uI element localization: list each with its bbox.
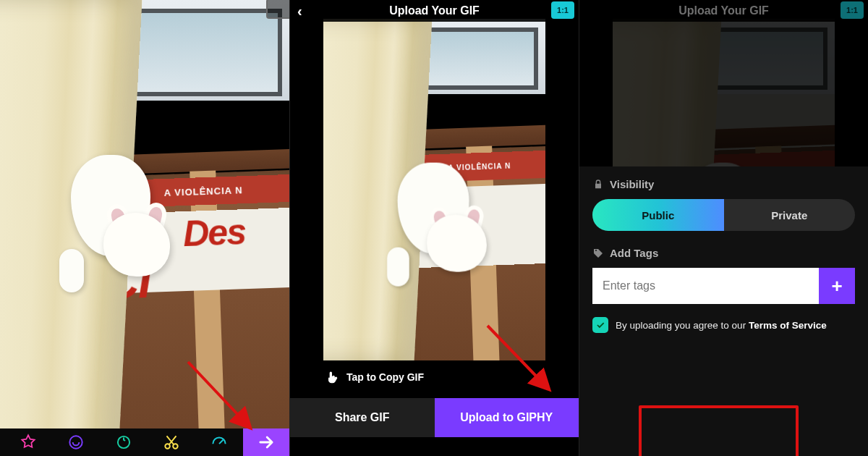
cut-icon[interactable] bbox=[148, 430, 195, 455]
terms-checkbox[interactable] bbox=[592, 317, 608, 333]
kitten bbox=[391, 162, 488, 286]
visibility-segmented: Public Private bbox=[592, 199, 855, 231]
visibility-public-label: Public bbox=[642, 209, 674, 221]
action-button-row: Share GIF Upload to GIPHY bbox=[290, 398, 579, 437]
panel-upload-sheet: Upload Your GIF 1:1 Visibility Public bbox=[579, 0, 868, 456]
visibility-private-label: Private bbox=[771, 209, 807, 221]
kitten bbox=[64, 155, 172, 292]
topbar: Upload Your GIF 1:1 bbox=[579, 0, 868, 22]
panel-editor: A VIOLÊNCIA N Crivialli Des CI bbox=[0, 0, 289, 456]
upload-to-giphy-label: Upload to GIPHY bbox=[460, 411, 553, 424]
page-title: Upload Your GIF bbox=[678, 4, 769, 17]
aspect-ratio-label: 1:1 bbox=[557, 6, 569, 14]
terms-link[interactable]: Terms of Service bbox=[749, 320, 827, 331]
tags-label: Add Tags bbox=[610, 247, 658, 259]
upload-options-sheet: Visibility Public Private Add Tags + bbox=[579, 166, 868, 456]
add-tag-label: + bbox=[831, 275, 842, 297]
editor-toolbar bbox=[0, 428, 289, 456]
lock-icon bbox=[592, 179, 604, 190]
terms-row: By uploading you agree to our Terms of S… bbox=[592, 317, 855, 333]
share-gif-label: Share GIF bbox=[335, 411, 390, 424]
gif-preview: A VIOLÊNCIA N Crivialli Des CI bbox=[0, 0, 289, 456]
visibility-public-option[interactable]: Public bbox=[592, 199, 724, 231]
speed-icon[interactable] bbox=[195, 430, 243, 455]
add-tag-button[interactable]: + bbox=[819, 268, 855, 304]
next-button[interactable] bbox=[243, 428, 289, 456]
topbar: ‹ Upload Your GIF 1:1 bbox=[290, 0, 579, 22]
sticker-icon[interactable] bbox=[4, 430, 52, 455]
tags-input[interactable] bbox=[592, 268, 819, 304]
share-gif-button[interactable]: Share GIF bbox=[290, 398, 435, 437]
svg-point-0 bbox=[69, 436, 82, 448]
aspect-ratio-button[interactable]: 1:1 bbox=[551, 1, 574, 19]
expand-frame-icon[interactable] bbox=[266, 0, 289, 19]
tags-row: Add Tags bbox=[592, 247, 855, 259]
page-title: Upload Your GIF bbox=[389, 4, 480, 17]
tap-icon bbox=[325, 369, 339, 385]
fx-icon[interactable] bbox=[52, 430, 100, 455]
visibility-label: Visibility bbox=[610, 178, 654, 190]
panel-upload-preview: ‹ Upload Your GIF 1:1 A VIOLÊNCIA N Criv… bbox=[289, 0, 579, 456]
back-icon[interactable]: ‹ bbox=[297, 3, 302, 20]
upload-to-giphy-button[interactable]: Upload to GIPHY bbox=[435, 398, 579, 437]
tap-to-copy-label: Tap to Copy GIF bbox=[346, 371, 424, 383]
loop-icon[interactable] bbox=[100, 430, 148, 455]
gif-preview[interactable]: A VIOLÊNCIA N Crivialli bbox=[323, 19, 545, 360]
tag-icon bbox=[592, 248, 604, 259]
visibility-row: Visibility bbox=[592, 178, 855, 190]
box-text: Des bbox=[182, 211, 246, 256]
tap-to-copy-row[interactable]: Tap to Copy GIF bbox=[325, 369, 424, 385]
terms-prefix: By uploading you agree to our bbox=[616, 320, 749, 331]
aspect-ratio-button: 1:1 bbox=[841, 1, 864, 19]
visibility-private-option[interactable]: Private bbox=[724, 199, 856, 231]
